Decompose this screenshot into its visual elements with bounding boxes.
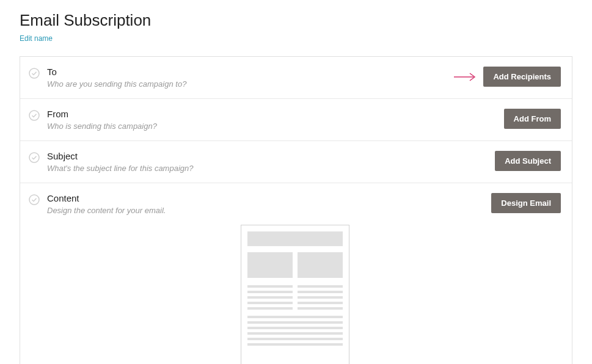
row-to-desc: Who are you sending this campaign to? — [47, 79, 453, 89]
arrow-right-icon — [453, 71, 477, 82]
row-from-desc: Who is sending this campaign? — [47, 122, 504, 131]
email-preview-thumbnail — [241, 225, 349, 364]
row-from-title: From — [47, 109, 504, 119]
row-subject: Subject What's the subject line for this… — [20, 141, 572, 183]
check-circle-icon — [29, 194, 40, 205]
design-email-button[interactable]: Design Email — [491, 193, 561, 213]
row-subject-title: Subject — [47, 151, 495, 161]
svg-point-2 — [29, 111, 39, 120]
page-title: Email Subscription — [20, 11, 572, 30]
campaign-setup-panel: To Who are you sending this campaign to?… — [20, 56, 572, 364]
row-from: From Who is sending this campaign? Add F… — [20, 99, 572, 141]
check-circle-icon — [29, 68, 40, 79]
svg-point-0 — [29, 68, 39, 78]
row-subject-desc: What's the subject line for this campaig… — [47, 164, 495, 173]
row-to-title: To — [47, 67, 453, 77]
row-content: Content Design the content for your emai… — [20, 183, 572, 364]
svg-point-3 — [29, 153, 39, 162]
row-to: To Who are you sending this campaign to?… — [20, 57, 572, 99]
row-content-desc: Design the content for your email. — [47, 206, 491, 215]
check-circle-icon — [29, 110, 40, 121]
check-circle-icon — [29, 152, 40, 163]
svg-point-4 — [29, 195, 39, 205]
edit-name-link[interactable]: Edit name — [20, 34, 53, 43]
add-subject-button[interactable]: Add Subject — [495, 151, 561, 171]
add-recipients-button[interactable]: Add Recipients — [483, 67, 561, 87]
add-from-button[interactable]: Add From — [504, 109, 561, 129]
row-content-title: Content — [47, 193, 491, 203]
